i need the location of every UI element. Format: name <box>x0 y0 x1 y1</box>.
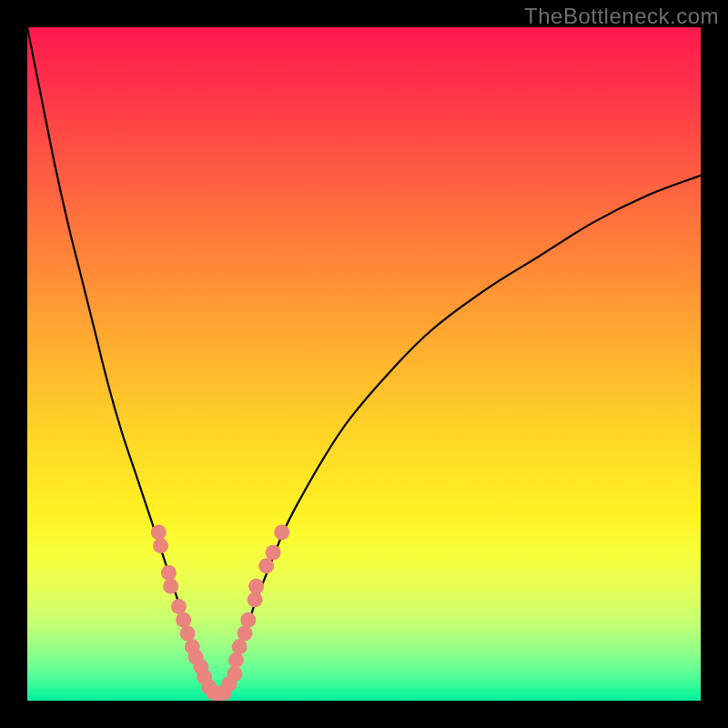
scatter-point <box>153 538 168 553</box>
scatter-point <box>232 639 248 654</box>
scatter-point <box>258 559 274 574</box>
curves-svg <box>27 27 701 701</box>
right-curve <box>223 176 701 694</box>
scatter-point <box>151 525 167 541</box>
bottleneck-chart: TheBottleneck.com <box>0 0 728 728</box>
scatter-point <box>171 599 187 614</box>
scatter-point <box>161 565 177 581</box>
watermark-text: TheBottleneck.com <box>524 4 719 29</box>
scatter-group <box>151 525 289 702</box>
scatter-point <box>266 545 281 561</box>
scatter-point <box>240 612 256 628</box>
scatter-point <box>248 592 263 608</box>
scatter-point <box>274 525 289 541</box>
plot-area <box>27 27 701 701</box>
scatter-point <box>180 626 196 642</box>
scatter-point <box>163 579 178 594</box>
left-curve <box>27 27 216 694</box>
scatter-point <box>248 579 264 594</box>
scatter-point <box>228 652 244 668</box>
scatter-point <box>227 666 242 682</box>
scatter-point <box>238 626 253 642</box>
scatter-point <box>176 612 191 628</box>
